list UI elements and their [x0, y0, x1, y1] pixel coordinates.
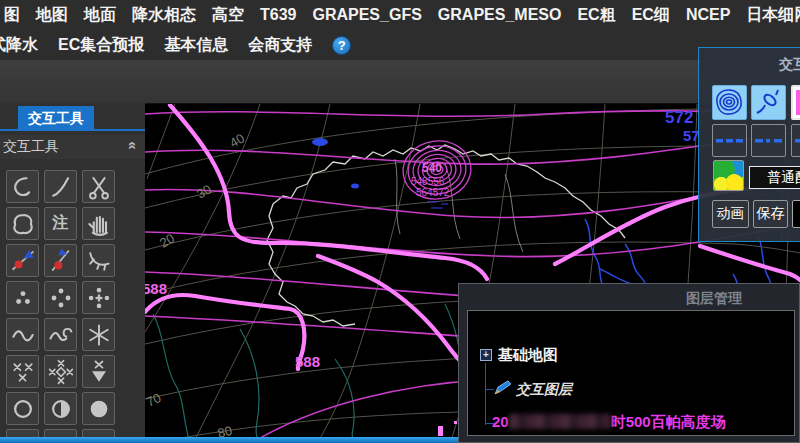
province-border-layer	[395, 159, 523, 252]
pencil-icon	[492, 379, 512, 401]
animate-button[interactable]: 动画	[712, 200, 749, 228]
field-layer-suffix: 时500百帕高度场	[611, 413, 726, 430]
expand-plus-icon[interactable]: +	[480, 349, 492, 361]
circle-empty-symbol-tool[interactable]	[6, 392, 39, 425]
snow-triple-symbol-tool[interactable]	[6, 355, 39, 388]
map-label: 548556	[411, 176, 445, 187]
menu-item[interactable]: GRAPES_MESO	[438, 6, 562, 24]
map-label: 572	[665, 108, 693, 127]
layer-manager-panel: 图层管理 + 基础地图 交互图层 20时500百帕高度场	[458, 283, 800, 443]
toolbox-title: 交互工具箱	[779, 56, 800, 74]
smooth-curve-tool[interactable]	[44, 170, 77, 203]
layer-manager-title: 图层管理	[686, 290, 742, 308]
app-window: 图地图地面降水相态高空T639GRAPES_GFSGRAPES_MESOEC粗E…	[0, 0, 800, 443]
scissors-tool[interactable]	[82, 170, 115, 203]
wave-symbol-tool[interactable]	[6, 318, 39, 351]
height-field-layer-item[interactable]: 20时500百帕高度场	[492, 413, 726, 432]
menu-item[interactable]: 图	[4, 5, 20, 26]
warm-front-tool[interactable]	[6, 244, 39, 277]
line-color-swatch[interactable]	[791, 85, 800, 120]
map-label: 588	[295, 353, 320, 370]
menu-item[interactable]: GRAPES_GFS	[312, 6, 421, 24]
freehand-curve-tool[interactable]	[6, 170, 39, 203]
collapse-panel-icon[interactable]: «	[124, 141, 141, 149]
annotation-glyph: 注	[53, 213, 69, 234]
circle-half-symbol-tool[interactable]	[44, 392, 77, 425]
menu-item[interactable]: NCEP	[686, 6, 730, 24]
menu-item[interactable]: T639	[260, 6, 296, 24]
circle-full-symbol-tool[interactable]	[82, 392, 115, 425]
colormap-icon[interactable]	[713, 160, 744, 191]
map-label: 30	[194, 181, 214, 201]
map-label: 588	[145, 280, 167, 297]
trough-line-tool[interactable]	[82, 244, 115, 277]
menu-item[interactable]: 式降水	[0, 35, 38, 56]
annotation-tool[interactable]: 注	[44, 207, 77, 240]
main-menu-bar: 图地图地面降水相态高空T639GRAPES_GFSGRAPES_MESOEC粗E…	[0, 0, 800, 30]
palette-button[interactable]: 普通配色	[749, 166, 800, 189]
menu-item[interactable]: 地面	[84, 5, 116, 26]
sidebar-panel-header: 交互工具 «	[0, 135, 145, 159]
menu-item[interactable]: EC集合预报	[58, 35, 144, 56]
secondary-menu-bar: 式降水EC集合预报基本信息会商支持?	[0, 30, 790, 60]
closed-curve-tool[interactable]	[6, 207, 39, 240]
menu-item[interactable]: 会商支持	[248, 35, 312, 56]
pan-hand-tool[interactable]	[82, 207, 115, 240]
map-label: 70	[145, 390, 163, 410]
save-button[interactable]: 保存	[753, 200, 788, 228]
dash-dot-line-style[interactable]	[751, 124, 786, 157]
station-plot-marks	[427, 202, 448, 208]
menu-item[interactable]: EC粗	[577, 5, 615, 26]
menu-item[interactable]: 地图	[36, 5, 68, 26]
base-map-layer-item[interactable]: 基础地图	[498, 346, 558, 365]
field-layer-prefix: 20	[492, 413, 509, 430]
toolbar: ◀ 0123	[0, 60, 800, 103]
fill-color-swatch[interactable]	[792, 200, 800, 228]
cold-front-tool[interactable]	[44, 244, 77, 277]
menu-item[interactable]: 降水相态	[132, 5, 196, 26]
menu-item[interactable]: 日本细网格	[746, 5, 800, 26]
help-icon[interactable]: ?	[332, 36, 351, 55]
sidebar-panel-title: 交互工具	[3, 138, 59, 156]
draw-ellipse-tool[interactable]	[751, 85, 786, 120]
menu-item[interactable]: EC细	[632, 5, 670, 26]
redacted-text	[509, 414, 611, 429]
tab-interactive-tools[interactable]: 交互工具	[18, 106, 94, 131]
snow-ring-symbol-tool[interactable]	[44, 355, 77, 388]
interactive-layer-item[interactable]: 交互图层	[516, 381, 572, 399]
wave-curl-symbol-tool[interactable]	[44, 318, 77, 351]
line-style-option[interactable]	[791, 124, 800, 157]
draw-contour-tool[interactable]	[712, 85, 747, 120]
map-label: 540	[422, 161, 442, 175]
menu-item[interactable]: 高空	[212, 5, 244, 26]
layer-tree: + 基础地图 交互图层 20时500百帕高度场	[467, 310, 795, 436]
interactive-tools-sidebar: 交互工具 交互工具 « 注	[0, 103, 145, 443]
rain-3dot-symbol-tool[interactable]	[6, 281, 39, 314]
menu-item[interactable]: 基本信息	[164, 35, 228, 56]
rain-4dot-symbol-tool[interactable]	[44, 281, 77, 314]
sidebar-tab-strip: 交互工具	[0, 105, 145, 131]
dashed-line-style[interactable]	[712, 124, 747, 157]
rain-5dot-symbol-tool[interactable]	[82, 281, 115, 314]
star-symbol-tool[interactable]	[82, 318, 115, 351]
map-label: 564572	[416, 187, 450, 198]
graupel-symbol-tool[interactable]	[82, 355, 115, 388]
interactive-toolbox-panel: 交互工具箱 普通配色 动画 保存	[698, 47, 800, 242]
tree-connector	[485, 363, 486, 425]
